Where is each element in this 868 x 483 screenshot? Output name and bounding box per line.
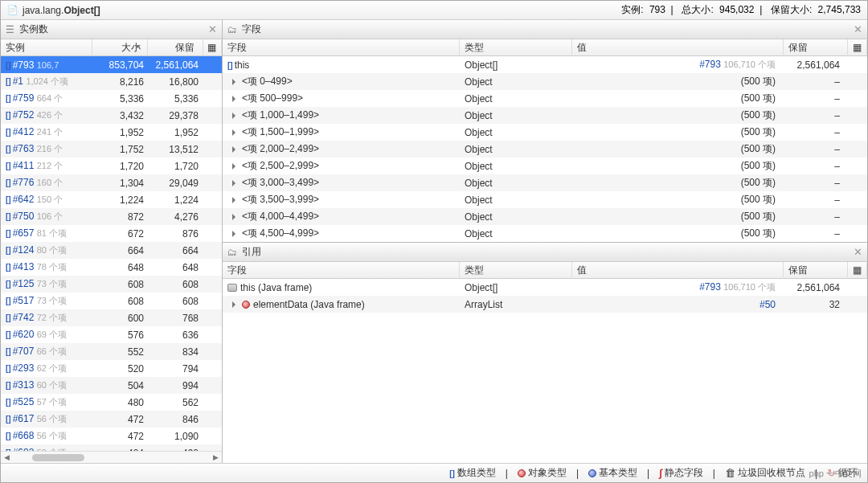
array-icon: [] — [6, 111, 11, 120]
watermark: php 一中文网 — [809, 468, 862, 480]
array-icon: [] — [6, 61, 11, 70]
instance-row[interactable]: []#525 57 个项480562 — [1, 394, 222, 411]
expand-icon[interactable] — [232, 96, 239, 102]
fields-panel: 🗂 字段 ✕ 字段 类型 值 保留 ▦ []thisObject[]#793 1… — [223, 20, 867, 243]
instance-row[interactable]: []#620 69 个项576636 — [1, 326, 222, 343]
instance-row[interactable]: []#125 73 个项608608 — [1, 276, 222, 293]
instance-row[interactable]: []#793 106,7853,7042,561,064 — [1, 56, 222, 73]
instance-row[interactable]: []#413 78 个项648648 — [1, 259, 222, 276]
instance-row[interactable]: []#411 212 个1,7201,720 — [1, 158, 222, 174]
array-icon: [] — [6, 347, 11, 356]
instances-header-row: 实例 大小 保留 ▦ — [1, 39, 222, 56]
array-icon: [] — [6, 364, 11, 373]
class-title: java.lang.Object[] — [23, 5, 618, 16]
instance-row[interactable]: []#517 73 个项608608 — [1, 293, 222, 309]
instance-row[interactable]: []#750 106 个8724,276 — [1, 208, 222, 225]
array-icon: [] — [6, 415, 11, 424]
instance-row[interactable]: []#313 60 个项504994 — [1, 377, 222, 394]
instance-row[interactable]: []#759 664 个5,3365,336 — [1, 90, 222, 107]
expand-icon[interactable] — [232, 301, 239, 308]
array-icon: [] — [6, 313, 11, 322]
col-field[interactable]: 字段 — [223, 262, 460, 279]
array-icon: [] — [6, 94, 11, 103]
instance-row[interactable]: []#1 1,024 个项8,21616,800 — [1, 73, 222, 90]
field-range-row[interactable]: <项 4,500–4,999>Object(500 项)– — [223, 225, 867, 242]
expand-icon[interactable] — [232, 129, 239, 136]
field-range-row[interactable]: <项 4,000–4,499>Object(500 项)– — [223, 208, 867, 225]
instance-row[interactable]: []#293 62 个项520794 — [1, 360, 222, 377]
list-icon: ☰ — [6, 24, 14, 35]
col-retained[interactable]: 保留 — [784, 262, 848, 279]
array-icon: [] — [6, 432, 11, 440]
refs-icon: 🗂 — [227, 247, 237, 258]
array-icon: [] — [6, 178, 11, 187]
reference-row[interactable]: this (Java frame)Object[]#793 106,710 个项… — [223, 279, 867, 296]
col-value[interactable]: 值 — [572, 39, 784, 56]
close-icon[interactable]: ✕ — [854, 246, 862, 258]
col-retained[interactable]: 保留 — [784, 39, 848, 56]
col-field[interactable]: 字段 — [223, 39, 460, 56]
close-icon[interactable]: ✕ — [854, 23, 862, 35]
instance-row[interactable]: []#752 426 个3,43229,378 — [1, 107, 222, 124]
field-range-row[interactable]: <项 3,500–3,999>Object(500 项)– — [223, 191, 867, 208]
field-range-row[interactable]: <项 2,500–2,999>Object(500 项)– — [223, 158, 867, 174]
instance-row[interactable]: []#642 150 个1,2241,224 — [1, 191, 222, 208]
instance-row[interactable]: []#763 216 个1,75213,512 — [1, 141, 222, 158]
col-type[interactable]: 类型 — [460, 262, 572, 279]
instance-row[interactable]: []#657 81 个项672876 — [1, 225, 222, 242]
legend-object: 对象类型 — [518, 466, 567, 480]
instance-row[interactable]: []#742 72 个项600768 — [1, 309, 222, 326]
instance-row[interactable]: []#412 241 个1,9521,952 — [1, 124, 222, 141]
expand-icon[interactable] — [232, 231, 239, 237]
legend-primitive: 基本类型 — [588, 466, 637, 480]
expand-icon[interactable] — [232, 214, 239, 220]
array-icon: [] — [6, 246, 11, 255]
field-range-row[interactable]: <项 1,500–1,999>Object(500 项)– — [223, 124, 867, 141]
field-this-row[interactable]: []thisObject[]#793 106,710 个项2,561,064 — [223, 56, 867, 73]
col-picker-icon[interactable]: ▦ — [848, 263, 867, 277]
array-icon: [] — [6, 263, 11, 272]
field-range-row[interactable]: <项 3,000–3,499>Object(500 项)– — [223, 174, 867, 191]
legend-gcroot: 🗑垃圾回收根节点 — [725, 466, 805, 480]
instance-row[interactable]: []#707 66 个项552834 — [1, 343, 222, 360]
expand-icon[interactable] — [232, 79, 239, 85]
instance-row[interactable]: []#124 80 个项664664 — [1, 242, 222, 259]
expand-icon[interactable] — [232, 180, 239, 186]
instance-row[interactable]: []#668 56 个项4721,090 — [1, 428, 222, 444]
instance-row[interactable]: []#617 56 个项472846 — [1, 411, 222, 428]
legend-footer: 数组类型 | 对象类型 | 基本类型 | ∫静态字段 | 🗑垃圾回收根节点 | … — [1, 463, 867, 482]
field-range-row[interactable]: <项 500–999>Object(500 项)– — [223, 90, 867, 107]
expand-icon[interactable] — [232, 163, 239, 170]
object-icon — [242, 301, 250, 309]
col-picker-icon[interactable]: ▦ — [203, 40, 223, 55]
instance-row[interactable]: []#776 160 个1,30429,049 — [1, 174, 222, 191]
col-instance[interactable]: 实例 — [1, 39, 92, 56]
array-icon: [] — [6, 398, 11, 407]
fields-title: 字段 — [242, 23, 854, 36]
instances-title: 实例数 — [19, 23, 208, 36]
array-icon: [] — [6, 280, 11, 289]
scrollbar-h[interactable]: ◀ ▶ — [1, 451, 222, 463]
header-stats: 实例: 793 | 总大小: 945,032 | 保留大小: 2,745,733 — [618, 3, 861, 17]
col-type[interactable]: 类型 — [460, 39, 572, 56]
col-size[interactable]: 大小 — [92, 39, 148, 56]
fields-header-row: 字段 类型 值 保留 ▦ — [223, 39, 867, 56]
class-icon: 📄 — [7, 5, 18, 15]
col-value[interactable]: 值 — [572, 262, 784, 279]
legend-static: ∫静态字段 — [659, 466, 703, 480]
instance-row[interactable]: []#602 50 个项424490 — [1, 444, 222, 451]
array-icon: [] — [6, 162, 11, 170]
frame-icon — [227, 284, 237, 292]
col-picker-icon[interactable]: ▦ — [848, 40, 867, 55]
array-icon: [] — [6, 195, 11, 204]
reference-row[interactable]: elementData (Java frame)ArrayList#50 32 — [223, 296, 867, 313]
expand-icon[interactable] — [232, 113, 239, 119]
field-range-row[interactable]: <项 1,000–1,499>Object(500 项)– — [223, 107, 867, 124]
field-range-row[interactable]: <项 2,000–2,499>Object(500 项)– — [223, 141, 867, 158]
expand-icon[interactable] — [232, 146, 239, 153]
close-icon[interactable]: ✕ — [208, 23, 217, 35]
array-icon: [] — [6, 128, 11, 137]
expand-icon[interactable] — [232, 197, 239, 203]
col-retained[interactable]: 保留 — [148, 39, 203, 56]
field-range-row[interactable]: <项 0–499>Object(500 项)– — [223, 73, 867, 90]
